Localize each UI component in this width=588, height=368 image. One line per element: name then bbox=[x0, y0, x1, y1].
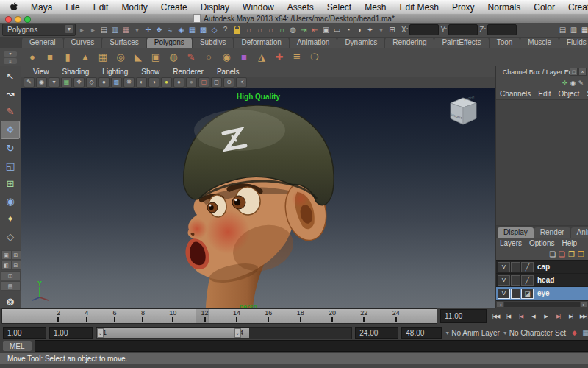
render-current-frame-icon[interactable]: ◔ bbox=[343, 24, 354, 35]
select-hierarchy-icon[interactable]: ✛ bbox=[143, 24, 154, 35]
construction-history-icon[interactable]: ▣ bbox=[320, 24, 331, 35]
layer-playback-toggle[interactable] bbox=[511, 275, 520, 286]
shelf-tab[interactable]: Muscle bbox=[520, 38, 559, 48]
channel-box-menu-item[interactable]: Edit bbox=[534, 90, 554, 98]
new-scene-icon[interactable]: ▤ bbox=[98, 24, 110, 35]
select-component-icon[interactable]: ≈ bbox=[165, 24, 176, 35]
select-mask-lines-icon[interactable]: ▦ bbox=[187, 24, 198, 35]
minimize-window-button[interactable] bbox=[15, 16, 21, 23]
textured-mode-icon[interactable]: ▩ bbox=[111, 77, 122, 88]
new-empty-layer-icon[interactable]: ❐ bbox=[568, 250, 575, 258]
poly-pyramid-icon[interactable]: ◣ bbox=[129, 49, 147, 66]
panel-close-button[interactable]: × bbox=[578, 68, 587, 76]
command-language-toggle[interactable]: MEL bbox=[3, 341, 32, 351]
layout-persp-outliner-button[interactable]: ◫ bbox=[1, 271, 21, 280]
layer-playback-toggle[interactable] bbox=[511, 289, 520, 299]
section-arrow[interactable]: ▾ bbox=[132, 24, 143, 35]
isolate-select-icon[interactable]: ▢ bbox=[198, 77, 209, 88]
anim-layer-dropdown[interactable]: ▼ No Anim Layer bbox=[445, 329, 500, 337]
bookmark-icon[interactable]: ▾ bbox=[49, 77, 60, 88]
speed-state-icon[interactable]: ◉ bbox=[570, 79, 576, 87]
command-input-field[interactable] bbox=[35, 340, 588, 352]
layer-editor-menu-item[interactable]: Options bbox=[526, 239, 558, 247]
channel-box-list-area[interactable] bbox=[496, 99, 588, 226]
viewport-menu-item[interactable]: Panels bbox=[210, 68, 246, 76]
close-window-button[interactable] bbox=[5, 16, 12, 23]
poly-sphere-icon[interactable]: ● bbox=[24, 49, 41, 66]
step-forward-frame-button[interactable]: ▶| bbox=[564, 311, 577, 322]
soft-modification-tool[interactable]: ◉ bbox=[1, 193, 19, 210]
range-start-handle[interactable]: ⌄ bbox=[97, 328, 104, 338]
layer-editor-tab[interactable]: Render bbox=[534, 227, 570, 238]
smooth-mesh-icon[interactable]: ○ bbox=[200, 49, 218, 66]
menu-item[interactable]: Select bbox=[320, 2, 358, 13]
shelf-tab[interactable]: Fluids bbox=[559, 38, 588, 48]
view-cube[interactable]: FRONT RIGHT bbox=[445, 93, 481, 129]
select-mask-faces-icon[interactable]: ▩ bbox=[198, 24, 209, 35]
poly-cylinder-icon[interactable]: ▮ bbox=[59, 49, 76, 66]
menu-item[interactable]: Color bbox=[527, 2, 562, 13]
go-to-end-button[interactable]: ▶▶| bbox=[577, 311, 588, 322]
y-coordinate-field[interactable] bbox=[448, 24, 478, 35]
output-connections-icon[interactable]: ⇤ bbox=[309, 24, 320, 35]
lasso-select-tool[interactable]: ↝ bbox=[1, 85, 19, 102]
viewport-menu-item[interactable]: Renderer bbox=[166, 68, 210, 76]
delete-layer-icon[interactable]: ❏ bbox=[559, 250, 565, 258]
select-mask-points-icon[interactable]: ◈ bbox=[176, 24, 187, 35]
shelf-tab[interactable]: Deformation bbox=[234, 38, 288, 48]
layout-four-pane-button[interactable]: ⊞ bbox=[11, 250, 21, 260]
snap-point-icon[interactable]: ∩ bbox=[265, 24, 276, 35]
menu-item[interactable]: Proxy bbox=[445, 2, 481, 13]
channel-box-menu-item[interactable]: Object bbox=[555, 90, 584, 98]
subdiv-proxy-icon[interactable]: ◉ bbox=[218, 49, 235, 66]
x-coordinate-field[interactable] bbox=[409, 24, 439, 35]
layout-two-pane-stacked-button[interactable]: ⊟ bbox=[11, 261, 21, 270]
current-time-field[interactable]: 11.00 bbox=[440, 309, 487, 323]
last-tool-used[interactable]: ◇ bbox=[1, 228, 19, 245]
scroll-right-arrow[interactable]: ▸ bbox=[581, 302, 587, 307]
poly-pipe-icon[interactable]: ▣ bbox=[147, 49, 165, 66]
rotate-tool[interactable]: ↻ bbox=[1, 140, 19, 157]
occlusion-icon[interactable]: ◑ bbox=[148, 77, 159, 88]
edit-pencil-icon[interactable]: ✎ bbox=[578, 79, 584, 87]
universal-manipulator-tool[interactable]: ⊞ bbox=[1, 175, 19, 192]
wireframe-mode-icon[interactable]: ◇ bbox=[86, 77, 97, 88]
layer-visibility-toggle[interactable]: V bbox=[498, 262, 510, 272]
open-scene-icon[interactable]: ▥ bbox=[110, 24, 121, 35]
poly-cube-icon[interactable]: ■ bbox=[41, 49, 59, 66]
layer-display-type-toggle[interactable]: ╱ bbox=[521, 275, 534, 286]
shelf-tab[interactable]: Surfaces bbox=[102, 38, 146, 48]
shelf-tab[interactable]: Toon bbox=[490, 38, 520, 48]
menu-item[interactable]: Display bbox=[194, 2, 236, 13]
layer-editor-tab[interactable]: Anim bbox=[571, 227, 588, 238]
cap[interactable]: V ╱ cap bbox=[496, 261, 588, 274]
viewport-menu-item[interactable]: Shading bbox=[56, 68, 96, 76]
show-tool-settings-icon[interactable]: ▥ bbox=[568, 24, 579, 35]
menu-item[interactable]: Assets bbox=[281, 2, 320, 13]
shaded-mode-icon[interactable]: ● bbox=[98, 77, 110, 88]
auto-keyframe-toggle[interactable]: ◆ bbox=[569, 328, 580, 338]
playback-range-bar[interactable]: 1 24 bbox=[97, 328, 249, 338]
apple-menu-icon[interactable] bbox=[4, 2, 24, 12]
snap-grid-icon[interactable]: ∩ bbox=[243, 24, 254, 35]
paint-select-tool[interactable]: ✎ bbox=[1, 103, 19, 120]
make-live-icon[interactable]: ◍ bbox=[287, 24, 298, 35]
new-layer-from-selected-icon[interactable]: ❐ bbox=[578, 250, 584, 258]
viewport-menu-item[interactable]: View bbox=[26, 68, 56, 76]
edit-layer-icon[interactable]: ❏ bbox=[549, 250, 556, 258]
menu-item[interactable]: File bbox=[59, 2, 86, 13]
poly-combine-icon[interactable]: ❍ bbox=[306, 49, 323, 66]
viewport-menu-item[interactable]: Show bbox=[135, 68, 166, 76]
image-plane-icon[interactable]: ▦ bbox=[61, 77, 72, 88]
snap-plane-icon[interactable]: ∩ bbox=[276, 24, 287, 35]
open-render-view-icon[interactable]: ▭ bbox=[331, 24, 343, 35]
xray-icon[interactable]: ◻ bbox=[211, 77, 222, 88]
animation-start-field[interactable]: 1.00 bbox=[3, 327, 46, 339]
menu-item[interactable]: Create UVs bbox=[562, 2, 588, 13]
layer-editor-menu-item[interactable]: Help bbox=[558, 239, 581, 247]
poly-cone-icon[interactable]: ▲ bbox=[76, 49, 94, 66]
joint-xray-icon[interactable]: ⊙ bbox=[223, 77, 234, 88]
panel-float-button[interactable]: □ bbox=[570, 68, 578, 76]
subdiv-cube-icon[interactable]: ■ bbox=[235, 49, 253, 66]
shelf-tab-arrow[interactable]: ▾ bbox=[4, 51, 17, 57]
